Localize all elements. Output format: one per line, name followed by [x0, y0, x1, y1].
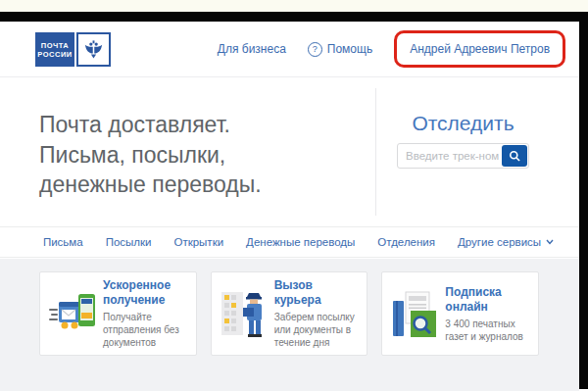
chevron-down-icon — [546, 239, 554, 245]
card-description: Заберем посылку или документы в течение … — [274, 311, 362, 349]
site-header: ПОЧТА РОССИИ Для бизнеса ? Помощь — [0, 22, 579, 77]
frame-bar-right — [579, 12, 588, 389]
tab-money-transfers[interactable]: Денежные переводы — [246, 236, 355, 248]
logo-text-line2: РОССИИ — [37, 50, 72, 59]
services-tab-bar: Письма Посылки Открытки Денежные перевод… — [0, 226, 579, 258]
hero-heading-line2: Письма, посылки, — [39, 140, 262, 171]
nav-for-business-label: Для бизнеса — [218, 42, 286, 56]
nav-help-link[interactable]: ? Помощь — [308, 42, 372, 57]
card-description: Получайте отправления без документов — [103, 311, 190, 349]
card-text: Ускоренное получение Получайте отправлен… — [103, 278, 190, 349]
tab-letters[interactable]: Письма — [43, 236, 83, 248]
online-subscription-icon — [388, 288, 441, 339]
double-headed-eagle-icon — [76, 32, 111, 67]
nav-for-business-link[interactable]: Для бизнеса — [218, 42, 286, 56]
courier-icon — [218, 288, 270, 339]
track-section-title: Отследить — [397, 112, 529, 135]
card-title: Ускоренное получение — [103, 278, 190, 308]
express-pickup-icon — [46, 289, 99, 338]
hero-heading-line1: Почта доставляет. — [39, 110, 262, 140]
card-text: Вызов курьера Заберем посылку или докуме… — [274, 278, 362, 349]
user-account-link[interactable]: Андрей Адреевич Петров — [394, 30, 565, 68]
service-cards-section: Ускоренное получение Получайте отправлен… — [0, 259, 579, 391]
user-name-label: Андрей Адреевич Петров — [410, 42, 550, 56]
magnifier-icon — [509, 150, 521, 163]
hero-heading: Почта доставляет. Письма, посылки, денеж… — [39, 110, 262, 200]
tab-postcards[interactable]: Открытки — [173, 236, 223, 248]
tab-branches[interactable]: Отделения — [377, 236, 435, 248]
card-title: Подписка онлайн — [445, 285, 532, 315]
tab-parcels[interactable]: Посылки — [106, 236, 152, 248]
card-text: Подписка онлайн 3 400 печатных газет и ж… — [445, 285, 532, 343]
question-circle-icon: ? — [308, 42, 322, 57]
frame-bar-top — [0, 12, 588, 22]
tab-other-services[interactable]: Другие сервисы — [458, 236, 554, 248]
card-description: 3 400 печатных газет и журналов — [445, 318, 532, 343]
service-cards-row: Ускоренное получение Получайте отправлен… — [39, 271, 539, 356]
vertical-divider — [375, 88, 376, 216]
screenshot-stage: ПОЧТА РОССИИ Для бизнеса ? Помощь — [0, 0, 588, 392]
nav-help-label: Помощь — [327, 42, 372, 56]
hero-heading-line3: денежные переводы. — [39, 170, 262, 200]
russian-post-logo[interactable]: ПОЧТА РОССИИ — [35, 32, 74, 67]
top-margin-strip — [0, 0, 588, 12]
header-nav: Для бизнеса ? Помощь Андрей Адреевич Пет… — [218, 22, 565, 76]
track-search-box — [397, 143, 529, 169]
logo-text-line1: ПОЧТА — [41, 41, 70, 50]
card-courier-call[interactable]: Вызов курьера Заберем посылку или докуме… — [211, 271, 368, 356]
track-search-button[interactable] — [502, 145, 527, 167]
card-express-pickup[interactable]: Ускоренное получение Получайте отправлен… — [39, 271, 197, 356]
page-content: ПОЧТА РОССИИ Для бизнеса ? Помощь — [0, 22, 579, 369]
card-title: Вызов курьера — [274, 278, 362, 308]
card-online-subscription[interactable]: Подписка онлайн 3 400 печатных газет и ж… — [381, 271, 539, 356]
